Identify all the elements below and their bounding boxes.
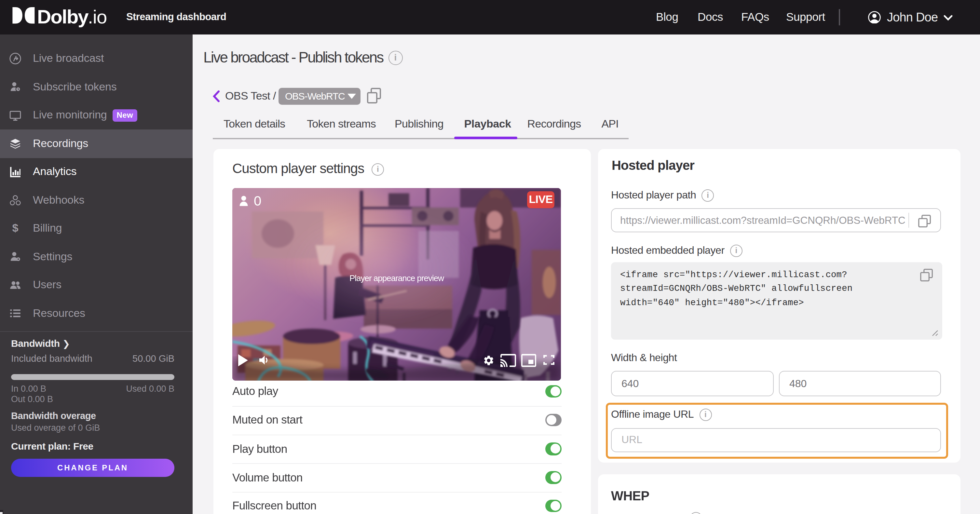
svg-text:.io: .io [88, 7, 107, 27]
svg-text:Dolby: Dolby [37, 7, 89, 28]
